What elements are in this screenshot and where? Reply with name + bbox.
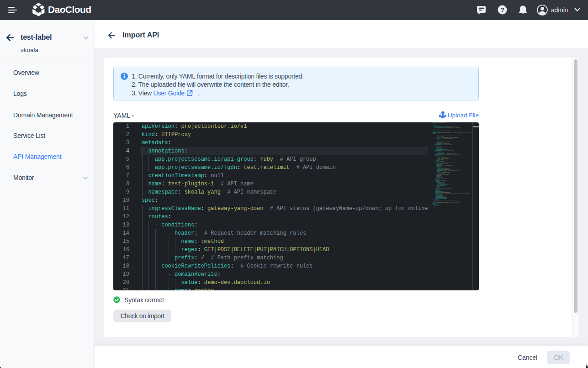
svg-text:?: ? [500, 6, 504, 13]
